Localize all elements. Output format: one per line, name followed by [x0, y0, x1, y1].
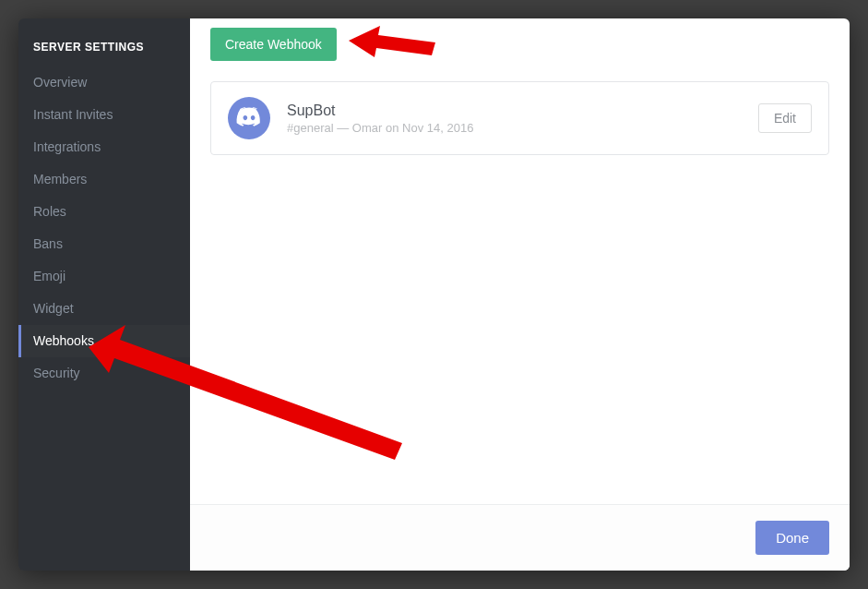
webhook-separator: —: [334, 121, 352, 135]
sidebar-item-members[interactable]: Members: [18, 163, 190, 196]
sidebar-item-roles[interactable]: Roles: [18, 196, 190, 228]
svg-marker-0: [349, 26, 435, 57]
sidebar-item-security[interactable]: Security: [18, 357, 190, 390]
sidebar-item-instant-invites[interactable]: Instant Invites: [18, 99, 190, 131]
done-button[interactable]: Done: [755, 521, 829, 555]
webhook-channel: #general: [287, 121, 334, 135]
webhook-info: SupBot #general — Omar on Nov 14, 2016: [287, 102, 758, 135]
sidebar-item-label: Security: [33, 366, 80, 380]
sidebar-item-webhooks[interactable]: Webhooks: [18, 325, 190, 357]
sidebar-item-label: Emoji: [33, 269, 65, 283]
sidebar-item-label: Webhooks: [33, 333, 94, 348]
sidebar-item-label: Members: [33, 172, 87, 186]
sidebar-header: SERVER SETTINGS: [18, 41, 190, 66]
sidebar-item-label: Instant Invites: [33, 107, 113, 122]
webhook-avatar: [228, 97, 270, 139]
settings-modal: SERVER SETTINGS Overview Instant Invites…: [18, 18, 850, 571]
webhook-row: SupBot #general — Omar on Nov 14, 2016 E…: [210, 81, 829, 155]
content-main: Create Webhook SupBot #general — Omar on…: [190, 18, 850, 504]
webhook-meta: #general — Omar on Nov 14, 2016: [287, 121, 758, 135]
discord-logo-icon: [235, 102, 263, 134]
sidebar-item-overview[interactable]: Overview: [18, 66, 190, 99]
webhook-name: SupBot: [287, 102, 758, 119]
sidebar: SERVER SETTINGS Overview Instant Invites…: [18, 18, 190, 571]
edit-webhook-button[interactable]: Edit: [758, 103, 812, 133]
webhook-author-prefix: Omar on: [352, 121, 402, 135]
webhook-date: Nov 14, 2016: [402, 121, 473, 135]
sidebar-item-label: Roles: [33, 204, 66, 219]
sidebar-item-label: Bans: [33, 236, 63, 251]
sidebar-item-label: Overview: [33, 75, 87, 90]
create-webhook-button[interactable]: Create Webhook: [210, 28, 337, 61]
content-footer: Done: [190, 504, 850, 571]
sidebar-item-widget[interactable]: Widget: [18, 293, 190, 325]
sidebar-item-bans[interactable]: Bans: [18, 228, 190, 260]
sidebar-item-label: Widget: [33, 301, 74, 316]
sidebar-item-emoji[interactable]: Emoji: [18, 260, 190, 293]
sidebar-item-label: Integrations: [33, 139, 101, 154]
annotation-arrow-1: [347, 20, 439, 66]
content-pane: Create Webhook SupBot #general — Omar on…: [190, 18, 850, 571]
sidebar-item-integrations[interactable]: Integrations: [18, 131, 190, 163]
